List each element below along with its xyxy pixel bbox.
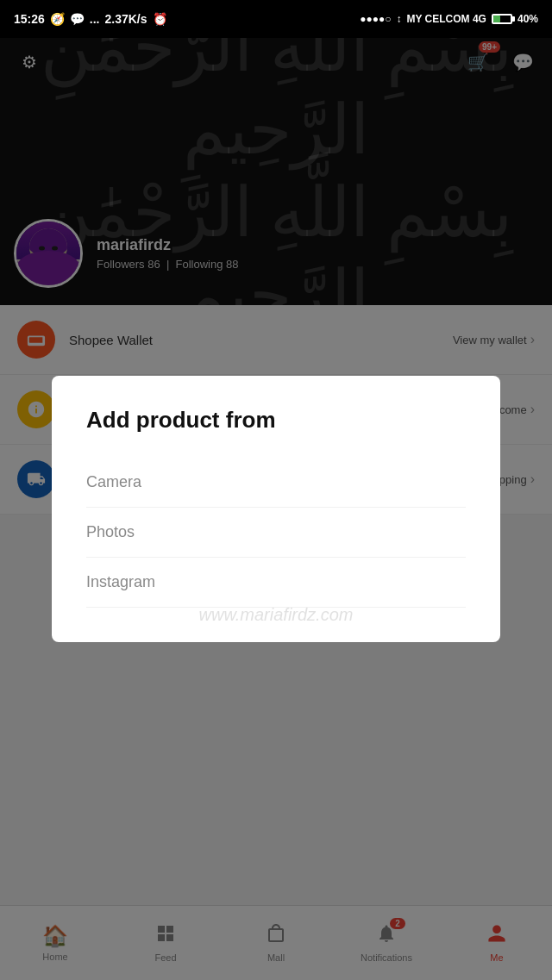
status-icon-messenger: 💬 bbox=[70, 12, 85, 26]
battery-icon bbox=[492, 14, 512, 24]
modal-watermark: www.mariafirdz.com bbox=[52, 605, 500, 625]
status-bar-left: 15:26 🧭 💬 ... 2.37K/s ⏰ bbox=[14, 12, 167, 26]
add-product-modal: Add product from Camera Photos Instagram… bbox=[52, 376, 500, 642]
modal-option-instagram[interactable]: Instagram bbox=[86, 558, 466, 608]
network-label: MY CELCOM 4G bbox=[407, 13, 486, 25]
status-icon-safari: 🧭 bbox=[50, 12, 65, 26]
status-bar: 15:26 🧭 💬 ... 2.37K/s ⏰ ●●●●○ ↕ MY CELCO… bbox=[0, 0, 552, 38]
modal-option-camera[interactable]: Camera bbox=[86, 458, 466, 508]
modal-option-photos[interactable]: Photos bbox=[86, 508, 466, 558]
status-bar-right: ●●●●○ ↕ MY CELCOM 4G 40% bbox=[360, 13, 538, 25]
status-icon-alarm: ⏰ bbox=[153, 12, 167, 26]
modal-overlay[interactable]: Add product from Camera Photos Instagram… bbox=[0, 38, 552, 980]
status-speed: 2.37K/s bbox=[104, 12, 147, 26]
status-time: 15:26 bbox=[14, 12, 45, 26]
signal-dots: ●●●●○ bbox=[360, 13, 391, 25]
battery-fill bbox=[493, 16, 500, 22]
signal-bars: ↕ bbox=[397, 13, 402, 25]
status-ellipsis: ... bbox=[90, 12, 100, 26]
modal-title: Add product from bbox=[86, 407, 466, 434]
battery-pct: 40% bbox=[518, 13, 538, 25]
